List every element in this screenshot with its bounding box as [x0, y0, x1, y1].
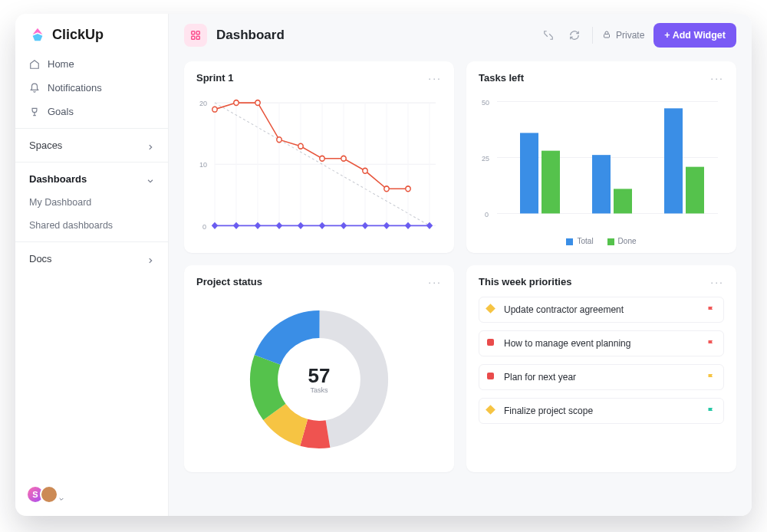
svg-rect-0: [192, 31, 195, 34]
main: Dashboard Private + Add Widget: [169, 14, 752, 516]
svg-rect-37: [276, 222, 282, 229]
sidebar-item-home[interactable]: Home: [15, 52, 168, 76]
widget-menu-button[interactable]: ···: [710, 280, 724, 284]
svg-point-23: [212, 107, 217, 112]
sidebar-item-label: Notifications: [48, 82, 102, 94]
sidebar-item-my-dashboard[interactable]: My Dashboard: [15, 191, 168, 214]
priority-item[interactable]: Plan for next year: [479, 364, 724, 390]
sidebar-section-docs[interactable]: Docs: [15, 247, 168, 271]
widget-menu-button[interactable]: ···: [428, 76, 442, 80]
svg-rect-38: [298, 222, 304, 229]
add-widget-button[interactable]: + Add Widget: [653, 23, 736, 48]
svg-rect-35: [233, 222, 239, 229]
widget-title: Project status: [196, 276, 262, 287]
svg-point-25: [255, 100, 260, 106]
svg-rect-56: [686, 167, 704, 214]
priority-label: How to manage event planning: [504, 338, 630, 349]
dashboard-chip-icon: [184, 24, 207, 47]
svg-text:25: 25: [482, 153, 489, 163]
flag-icon: [706, 406, 716, 415]
priority-label: Finalize project scope: [504, 406, 593, 416]
expand-button[interactable]: [540, 27, 557, 44]
chevron-down-icon: [146, 176, 154, 183]
sidebar-section-spaces[interactable]: Spaces: [15, 133, 168, 157]
svg-rect-55: [664, 108, 683, 213]
sidebar-item-notifications[interactable]: Notifications: [15, 76, 168, 100]
sidebar-section-label: Spaces: [29, 140, 62, 151]
legend-done: Done: [618, 237, 637, 245]
priority-item[interactable]: Update contractor agreement: [479, 297, 724, 323]
sidebar-section-dashboards[interactable]: Dashboards: [15, 167, 168, 191]
svg-rect-44: [426, 222, 433, 229]
avatar[interactable]: [40, 485, 58, 504]
priority-item[interactable]: How to manage event planning: [479, 330, 724, 356]
svg-rect-3: [196, 36, 199, 39]
svg-point-27: [298, 143, 303, 149]
flag-icon: [706, 373, 716, 382]
lock-icon: [602, 30, 611, 41]
page-title: Dashboard: [216, 28, 285, 43]
widget-title: Tasks left: [479, 72, 524, 84]
svg-rect-34: [212, 222, 218, 229]
svg-point-28: [320, 156, 324, 161]
svg-rect-53: [592, 155, 611, 213]
priorities-list: Update contractor agreement How to manag…: [479, 294, 724, 465]
privacy-label: Private: [616, 30, 644, 41]
svg-rect-41: [362, 222, 368, 229]
svg-text:10: 10: [199, 161, 207, 169]
widget-tasks-left: Tasks left ··· 50 25 0: [466, 61, 736, 253]
flag-icon: [706, 305, 716, 314]
sidebar-divider: [15, 241, 168, 242]
privacy-toggle[interactable]: Private: [602, 30, 644, 41]
svg-rect-52: [542, 151, 560, 214]
legend-total: Total: [577, 237, 593, 245]
svg-point-26: [277, 137, 281, 143]
burndown-chart: 20 10 0: [196, 90, 442, 245]
priority-item[interactable]: Finalize project scope: [479, 398, 724, 424]
sidebar-item-goals[interactable]: Goals: [15, 100, 168, 123]
svg-text:50: 50: [482, 97, 489, 107]
svg-rect-36: [255, 222, 261, 229]
chevron-down-icon[interactable]: [58, 491, 64, 498]
sidebar-section-label: Docs: [29, 253, 52, 264]
svg-rect-2: [192, 36, 195, 39]
bell-icon: [29, 83, 40, 94]
priority-icon: [487, 373, 496, 382]
chevron-right-icon: [146, 142, 154, 149]
svg-rect-39: [319, 222, 325, 229]
svg-point-29: [341, 156, 346, 161]
donut-center: 57 Tasks: [308, 364, 331, 394]
svg-rect-54: [614, 189, 632, 213]
svg-point-31: [384, 186, 389, 192]
priority-icon: [487, 406, 496, 415]
sidebar-item-label: Shared dashboards: [29, 220, 113, 231]
app-window: ClickUp Home Notifications Goals Spaces: [15, 14, 752, 516]
svg-rect-43: [405, 222, 411, 229]
refresh-button[interactable]: [566, 27, 583, 44]
widget-menu-button[interactable]: ···: [428, 280, 442, 284]
sidebar-divider: [15, 128, 168, 129]
sidebar-item-label: My Dashboard: [29, 197, 91, 208]
widget-project-status: Project status ··· 57 Tasks: [184, 265, 454, 472]
svg-rect-51: [520, 133, 538, 213]
priority-label: Plan for next year: [504, 372, 576, 383]
svg-rect-42: [384, 222, 390, 229]
sidebar-item-shared-dashboards[interactable]: Shared dashboards: [15, 214, 168, 237]
priority-icon: [487, 339, 496, 348]
svg-point-32: [406, 186, 410, 192]
donut-label: Tasks: [308, 386, 331, 394]
sidebar-section-label: Dashboards: [29, 173, 87, 185]
widget-menu-button[interactable]: ···: [710, 76, 724, 80]
brand-logo[interactable]: ClickUp: [15, 26, 168, 52]
tasks-left-chart: 50 25 0: [479, 90, 724, 234]
clickup-logo-icon: [29, 26, 46, 43]
sidebar: ClickUp Home Notifications Goals Spaces: [15, 14, 169, 516]
sidebar-divider: [15, 162, 168, 163]
project-status-chart: 57 Tasks: [196, 294, 442, 465]
svg-point-24: [234, 100, 239, 106]
sidebar-item-label: Home: [48, 58, 74, 70]
svg-rect-40: [341, 222, 347, 229]
svg-text:0: 0: [485, 209, 489, 218]
trophy-icon: [29, 107, 40, 117]
brand-name: ClickUp: [52, 27, 104, 43]
